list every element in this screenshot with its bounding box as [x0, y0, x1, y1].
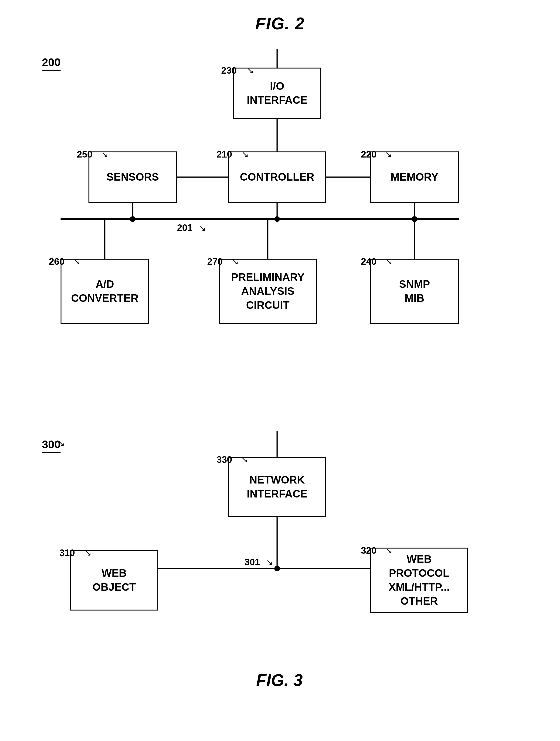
ref-210: 210: [217, 149, 235, 159]
memory-box: MEMORY: [370, 151, 459, 203]
fig3-container: 300 ↘ NETWORK INTERFACE 330 ↘ 301 ↘ WEB …: [23, 419, 536, 699]
web-protocol-box: WEB PROTOCOL XML/HTTP... OTHER: [370, 548, 468, 613]
ref-260: 260: [49, 256, 67, 267]
fig2-container: 200 I/O INTERFACE: [23, 37, 536, 410]
page-title: FIG. 2: [0, 0, 560, 33]
ref-240: 240: [361, 256, 379, 267]
bus-ref-301: 301: [244, 557, 263, 567]
svg-point-16: [274, 566, 280, 571]
snmp-mib-box: SNMP MIB: [370, 259, 459, 324]
fig2-diagram-ref: 200: [42, 56, 61, 69]
svg-point-8: [274, 216, 280, 222]
network-interface-box: NETWORK INTERFACE: [228, 457, 326, 517]
io-interface-box: I/O INTERFACE: [233, 68, 321, 119]
ref-310: 310: [59, 548, 78, 558]
svg-point-6: [130, 216, 136, 222]
pac-box: PRELIMINARY ANALYSIS CIRCUIT: [219, 259, 317, 324]
fig3-title: FIG. 3: [23, 671, 536, 690]
ref-220: 220: [361, 149, 379, 159]
ref-230: 230: [221, 65, 239, 76]
ad-converter-box: A/D CONVERTER: [61, 259, 149, 324]
ref-250: 250: [77, 149, 95, 159]
ref-320: 320: [361, 545, 379, 556]
web-object-box: WEB OBJECT: [70, 550, 158, 610]
ref-270: 270: [207, 256, 225, 267]
ref-330: 330: [217, 454, 235, 465]
svg-point-10: [412, 216, 417, 222]
bus-ref-201: 201: [177, 222, 195, 233]
